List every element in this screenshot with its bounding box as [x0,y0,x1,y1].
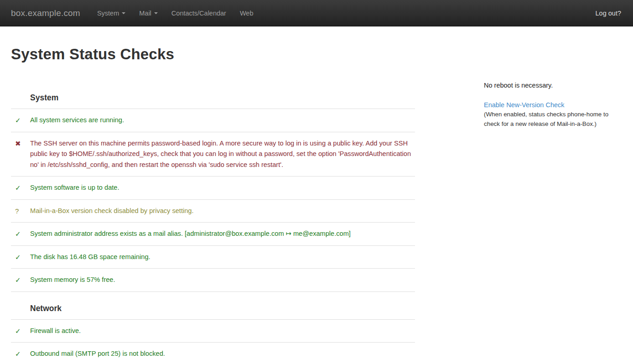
navbar-brand[interactable]: box.example.com [11,8,80,18]
chevron-down-icon [122,12,125,14]
check-icon: ✓ [11,275,30,286]
reboot-status: No reboot is necessary. [484,82,622,89]
table-row: ?Mail-in-a-Box version check disabled by… [11,200,415,223]
check-icon: ✓ [11,326,30,337]
check-icon: ✓ [11,229,30,239]
enable-version-check-link[interactable]: Enable New-Version Check [484,101,565,109]
check-message: Mail-in-a-Box version check disabled by … [30,206,415,217]
x-icon: ✖ [11,138,30,171]
check-message: All system services are running. [30,115,415,126]
chevron-down-icon [154,12,158,14]
check-icon: ✓ [11,182,30,193]
section-heading: System [30,93,415,103]
nav-item-system[interactable]: System [90,1,132,26]
question-icon: ? [11,206,30,217]
check-message: System administrator address exists as a… [30,229,415,239]
check-icon: ✓ [11,348,30,359]
table-row: ✖The SSH server on this machine permits … [11,132,415,177]
nav-item-web[interactable]: Web [233,1,260,26]
table-row: ✓System administrator address exists as … [11,223,415,246]
nav-item-mail[interactable]: Mail [132,1,165,26]
table-row: ✓The disk has 16.48 GB space remaining. [11,246,415,269]
logout-link[interactable]: Log out? [591,1,626,26]
table-row: ✓Outbound mail (SMTP port 25) is not blo… [11,343,415,364]
table-row: ✓System software is up to date. [11,177,415,200]
navbar-menu: SystemMailContacts/CalendarWeb [90,1,260,26]
table-row: ✓System memory is 57% free. [11,269,415,292]
main-content: System Status Checks System✓All system s… [0,46,633,364]
content-columns: System✓All system services are running.✖… [11,81,622,364]
check-message: The SSH server on this machine permits p… [30,138,415,171]
table-row: ✓Firewall is active. [11,320,415,343]
check-message: System software is up to date. [30,182,415,193]
check-icon: ✓ [11,115,30,126]
section-heading: Network [30,304,415,313]
section-heading-row: System [11,81,415,109]
check-message: Firewall is active. [30,326,415,337]
check-message: System memory is 57% free. [30,275,415,286]
navbar: box.example.com SystemMailContacts/Calen… [0,0,633,26]
page-title: System Status Checks [11,46,622,63]
check-message: The disk has 16.48 GB space remaining. [30,252,415,263]
version-check-note: (When enabled, status checks phone-home … [484,110,622,129]
check-message: Outbound mail (SMTP port 25) is not bloc… [30,348,415,359]
section-heading-row: Network [11,292,415,320]
check-icon: ✓ [11,252,30,263]
table-row: ✓All system services are running. [11,109,415,132]
status-checks-table: System✓All system services are running.✖… [11,81,415,364]
nav-item-contacts-calendar[interactable]: Contacts/Calendar [165,1,233,26]
sidebar: No reboot is necessary. Enable New-Versi… [484,81,622,129]
